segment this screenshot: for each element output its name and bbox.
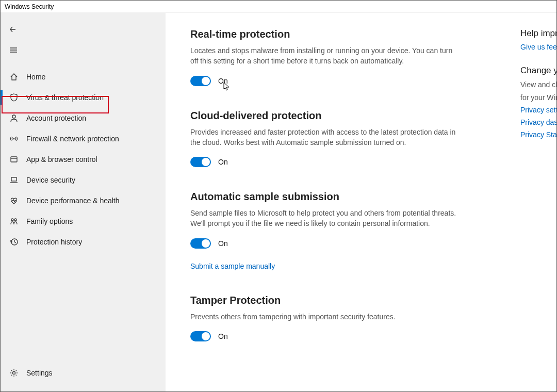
section-realtime: Real-time protection Locates and stops m…: [190, 28, 458, 86]
section-tamper: Tamper Protection Prevents others from t…: [190, 295, 458, 341]
sample-toggle[interactable]: [190, 238, 211, 249]
home-icon: [8, 72, 20, 81]
sidebar-item-label: Virus & threat protection: [26, 93, 104, 102]
section-desc: Locates and stops malware from installin…: [190, 45, 458, 67]
shield-icon: [8, 93, 20, 102]
toggle-state-label: On: [218, 332, 228, 340]
svg-rect-2: [11, 157, 17, 162]
toggle-row-realtime: On: [190, 76, 458, 86]
gear-icon: [8, 368, 20, 378]
section-cloud: Cloud-delivered protection Provides incr…: [190, 110, 458, 168]
cloud-toggle[interactable]: [190, 157, 211, 167]
hamburger-icon: [9, 45, 18, 55]
sidebar-item-settings[interactable]: Settings: [1, 363, 166, 383]
sidebar-item-label: Device performance & health: [26, 197, 120, 205]
sidebar-item-history[interactable]: Protection history: [1, 232, 166, 252]
sidebar-item-account[interactable]: Account protection: [1, 108, 166, 128]
main-content: Real-time protection Locates and stops m…: [166, 13, 556, 391]
section-desc: Send sample files to Microsoft to help p…: [190, 208, 458, 229]
back-arrow-icon: [9, 25, 18, 34]
sidebar-item-label: Firewall & network protection: [26, 135, 119, 143]
sidebar-item-label: Account protection: [26, 114, 86, 122]
sidebar-item-performance[interactable]: Device performance & health: [1, 190, 166, 211]
svg-rect-3: [11, 177, 17, 181]
sidebar-item-home[interactable]: Home: [1, 67, 166, 87]
right-panel: Help improve Windows Security Give us fe…: [520, 28, 556, 153]
sidebar-item-label: Settings: [26, 369, 53, 377]
sidebar-item-label: Home: [26, 73, 45, 81]
window-title: Windows Security: [5, 3, 54, 10]
sidebar-item-virus-threat[interactable]: Virus & threat protection: [1, 87, 166, 108]
svg-point-0: [12, 115, 15, 118]
back-button[interactable]: [1, 19, 166, 40]
help-heading: Help improve Windows Security: [520, 28, 556, 39]
laptop-icon: [8, 175, 20, 185]
toggle-state-label: On: [218, 239, 228, 248]
privacy-dashboard-link[interactable]: Privacy dashboard: [520, 118, 556, 126]
windows-security-window: Windows Security Home: [0, 0, 557, 392]
svg-point-1: [13, 138, 15, 140]
sidebar: Home Virus & threat protection Account p…: [1, 13, 166, 391]
toggle-state-label: On: [218, 77, 228, 85]
sidebar-item-label: App & browser control: [26, 155, 97, 164]
svg-point-4: [11, 219, 13, 221]
sidebar-item-label: Family options: [26, 217, 73, 225]
toggle-row-sample: On: [190, 238, 458, 249]
family-icon: [8, 217, 20, 226]
section-title: Tamper Protection: [190, 295, 458, 306]
sidebar-item-label: Device security: [26, 176, 75, 184]
privacy-heading: Change your privacy settings: [520, 66, 556, 76]
section-desc: Provides increased and faster protection…: [190, 127, 458, 148]
toggle-state-label: On: [218, 158, 228, 166]
person-icon: [8, 113, 20, 123]
section-title: Automatic sample submission: [190, 191, 458, 203]
toggle-row-tamper: On: [190, 331, 458, 341]
privacy-settings-link[interactable]: Privacy settings: [520, 106, 556, 114]
section-title: Cloud-delivered protection: [190, 110, 458, 122]
heart-pulse-icon: [8, 196, 20, 205]
toggle-row-cloud: On: [190, 157, 458, 167]
svg-point-5: [14, 219, 17, 221]
privacy-statement-link[interactable]: Privacy Statement: [520, 130, 556, 139]
section-title: Real-time protection: [190, 28, 458, 40]
privacy-text: for your Windows 10 device.: [520, 93, 556, 103]
sidebar-item-label: Protection history: [26, 238, 82, 246]
sidebar-item-firewall[interactable]: Firewall & network protection: [1, 128, 166, 149]
tamper-toggle[interactable]: [190, 331, 211, 341]
sidebar-item-app-browser[interactable]: App & browser control: [1, 149, 166, 170]
feedback-link[interactable]: Give us feedback: [520, 43, 556, 51]
sidebar-item-device-security[interactable]: Device security: [1, 170, 166, 190]
submit-sample-link[interactable]: Submit a sample manually: [190, 262, 275, 270]
hamburger-button[interactable]: [1, 40, 166, 60]
sidebar-item-family[interactable]: Family options: [1, 211, 166, 232]
titlebar: Windows Security: [1, 1, 556, 13]
svg-point-7: [13, 372, 15, 374]
section-sample: Automatic sample submission Send sample …: [190, 191, 458, 271]
realtime-toggle[interactable]: [190, 76, 211, 86]
privacy-text: View and change privacy settings: [520, 80, 556, 90]
app-body: Home Virus & threat protection Account p…: [1, 13, 556, 391]
history-icon: [8, 237, 20, 247]
section-desc: Prevents others from tampering with impo…: [190, 312, 458, 322]
antenna-icon: [8, 134, 20, 143]
browser-icon: [8, 155, 20, 164]
